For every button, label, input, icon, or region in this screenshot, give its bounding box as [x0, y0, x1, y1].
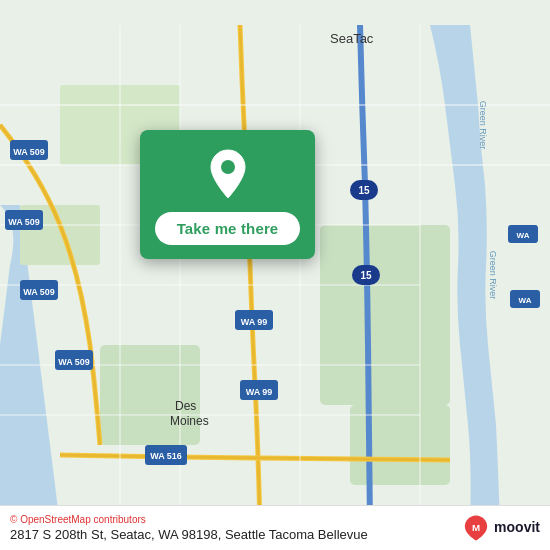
svg-text:Green River: Green River	[488, 251, 498, 300]
svg-text:Green River: Green River	[478, 101, 488, 150]
bottom-bar: © OpenStreetMap contributors 2817 S 208t…	[0, 505, 550, 550]
svg-point-43	[221, 160, 235, 174]
svg-text:SeaTac: SeaTac	[330, 31, 374, 46]
take-me-there-button[interactable]: Take me there	[155, 212, 301, 245]
osm-attribution: © OpenStreetMap contributors	[10, 514, 368, 525]
svg-text:WA 509: WA 509	[8, 217, 40, 227]
svg-text:WA 509: WA 509	[23, 287, 55, 297]
svg-text:Moines: Moines	[170, 414, 209, 428]
bottom-left-info: © OpenStreetMap contributors 2817 S 208t…	[10, 514, 368, 542]
svg-text:WA 509: WA 509	[13, 147, 45, 157]
svg-text:WA 99: WA 99	[246, 387, 273, 397]
svg-text:WA: WA	[517, 231, 530, 240]
svg-text:WA: WA	[519, 296, 532, 305]
location-pin-icon	[207, 148, 249, 200]
moovit-brand-name: moovit	[494, 520, 540, 535]
svg-rect-1	[320, 225, 450, 405]
svg-text:WA 509: WA 509	[58, 357, 90, 367]
moovit-text-block: moovit	[494, 520, 540, 535]
moovit-logo: M moovit	[462, 514, 540, 542]
svg-text:15: 15	[360, 270, 372, 281]
map-container: WA 509 WA 509 WA 509 WA 509 WA 99 WA 99 …	[0, 0, 550, 550]
svg-text:Des: Des	[175, 399, 196, 413]
moovit-icon: M	[462, 514, 490, 542]
osm-link[interactable]: © OpenStreetMap contributors	[10, 514, 146, 525]
svg-text:WA 516: WA 516	[150, 451, 182, 461]
svg-text:15: 15	[358, 185, 370, 196]
svg-rect-5	[100, 345, 200, 445]
svg-text:WA 99: WA 99	[241, 317, 268, 327]
svg-text:M: M	[472, 522, 480, 533]
navigation-card: Take me there	[140, 130, 315, 259]
map-background: WA 509 WA 509 WA 509 WA 509 WA 99 WA 99 …	[0, 0, 550, 550]
svg-rect-2	[350, 405, 450, 485]
address-text: 2817 S 208th St, Seatac, WA 98198, Seatt…	[10, 527, 368, 542]
